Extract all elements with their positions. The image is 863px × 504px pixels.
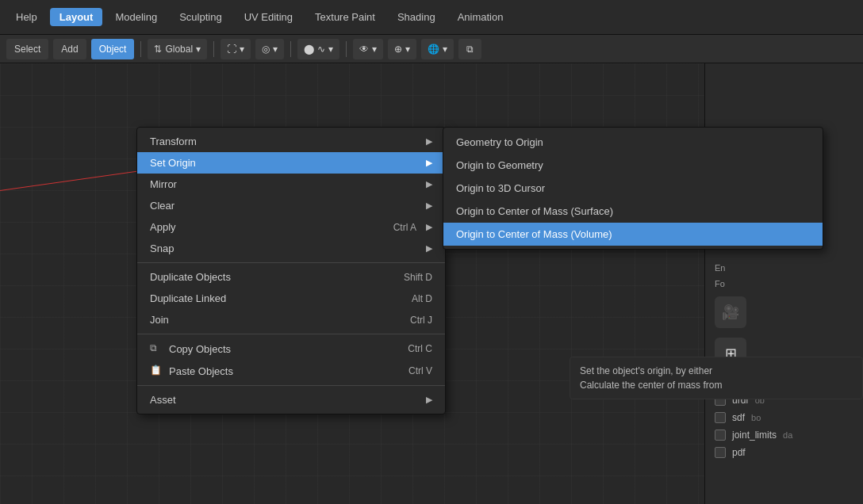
editor-icon: ⧉ <box>466 44 474 55</box>
paste-with-icon: 📋 Paste Objects <box>150 365 233 377</box>
join-label: Join <box>150 314 169 326</box>
joint-limits-label: joint_limits <box>732 430 777 441</box>
submenu-geometry-to-origin[interactable]: Geometry to Origin <box>443 131 823 154</box>
overlay-dropdown[interactable]: ⊕ ▾ <box>388 39 416 59</box>
copy-shortcut: Ctrl C <box>408 343 432 354</box>
sdf-checkbox[interactable] <box>715 412 726 423</box>
snap-arrow: ▶ <box>426 243 432 254</box>
separator-asset <box>137 385 445 386</box>
dup-objects-label: Duplicate Objects <box>150 271 231 283</box>
snap-dropdown[interactable]: ⛶ ▾ <box>221 39 251 59</box>
set-origin-submenu: Geometry to Origin Origin to Geometry Or… <box>443 127 823 250</box>
menu-item-uv-editing[interactable]: UV Editing <box>235 8 302 26</box>
pdf-row: pdf <box>705 444 863 461</box>
origin-to-center-volume-label: Origin to Center of Mass (Volume) <box>456 228 612 240</box>
joint-limits-checkbox[interactable] <box>715 430 726 441</box>
editor-type-btn[interactable]: ⧉ <box>458 39 481 59</box>
gizmo-chevron: ▾ <box>443 44 447 55</box>
separator-1 <box>140 41 141 57</box>
asset-arrow: ▶ <box>426 395 432 405</box>
sdf-suffix: bo <box>751 413 761 422</box>
menu-clear[interactable]: Clear ▶ <box>137 195 445 216</box>
header-toolbar: Select Add Object ⇅ Global ▾ ⛶ ▾ ◎ ▾ ⬤ ∿… <box>0 35 863 63</box>
shading-icon: ⬤ <box>304 44 314 55</box>
shading-dropdown[interactable]: ⬤ ∿ ▾ <box>297 39 339 59</box>
global-label: Global <box>165 44 193 55</box>
separator-copy <box>137 334 445 334</box>
vp-chevron: ▾ <box>372 44 377 55</box>
submenu-origin-to-center-volume[interactable]: Origin to Center of Mass (Volume) <box>443 223 823 246</box>
proportional-dropdown[interactable]: ◎ ▾ <box>255 39 284 59</box>
clear-label: Clear <box>150 200 175 212</box>
menu-paste-objects[interactable]: 📋 Paste Objects Ctrl V <box>137 360 445 382</box>
apply-arrow: ▶ <box>426 222 432 232</box>
menu-duplicate-objects[interactable]: Duplicate Objects Shift D <box>137 266 445 288</box>
copy-with-icon: ⧉ Copy Objects <box>150 342 231 355</box>
menu-copy-objects[interactable]: ⧉ Copy Objects Ctrl C <box>137 338 445 360</box>
gizmo-icon: 🌐 <box>428 44 439 55</box>
joint-limits-suffix: da <box>783 430 792 440</box>
tooltip-box: Set the object's origin, by either Calcu… <box>570 357 863 399</box>
add-button[interactable]: Add <box>53 39 86 59</box>
pdf-checkbox[interactable] <box>715 447 726 458</box>
snap-chevron: ▾ <box>240 44 244 55</box>
viewport-icon: 👁 <box>359 44 369 55</box>
separator-4 <box>346 41 347 57</box>
menu-apply[interactable]: Apply Ctrl A ▶ <box>137 216 445 238</box>
menu-item-shading[interactable]: Shading <box>388 8 445 26</box>
menu-item-help[interactable]: Help <box>6 8 47 26</box>
apply-shortcut: Ctrl A <box>393 222 416 233</box>
geometry-to-origin-label: Geometry to Origin <box>456 136 543 148</box>
tooltip-line2: Calculate the center of mass from <box>580 378 853 392</box>
viewport-area: En Fo 🎥 ⊞ ✓ smurf st urdf ob sdf bo <box>0 63 863 504</box>
menu-item-modeling[interactable]: Modeling <box>105 8 167 26</box>
sdf-label: sdf <box>732 412 745 423</box>
menu-item-animation[interactable]: Animation <box>448 8 513 26</box>
mode-icon: ⇅ <box>154 44 162 55</box>
gizmo-dropdown[interactable]: 🌐 ▾ <box>421 39 454 59</box>
asset-label: Asset <box>150 394 176 406</box>
paste-label: Paste Objects <box>169 365 233 377</box>
menu-join[interactable]: Join Ctrl J <box>137 309 445 330</box>
copy-label: Copy Objects <box>169 343 231 355</box>
fo-label-row: Fo <box>705 276 863 292</box>
paste-icon: 📋 <box>150 365 163 377</box>
origin-to-center-surface-label: Origin to Center of Mass (Surface) <box>456 205 613 217</box>
join-shortcut: Ctrl J <box>410 315 432 326</box>
menu-transform[interactable]: Transform ▶ <box>137 131 445 152</box>
separator-3 <box>290 41 291 57</box>
viewport-dropdown[interactable]: 👁 ▾ <box>353 39 383 59</box>
dup-objects-shortcut: Shift D <box>404 272 432 283</box>
select-button[interactable]: Select <box>6 39 48 59</box>
mode-dropdown[interactable]: ⇅ Global ▾ <box>148 39 207 59</box>
menu-duplicate-linked[interactable]: Duplicate Linked Alt D <box>137 288 445 309</box>
origin-to-3d-cursor-label: Origin to 3D Cursor <box>456 182 545 194</box>
apply-label: Apply <box>150 221 176 233</box>
origin-to-geometry-label: Origin to Geometry <box>456 159 543 171</box>
submenu-origin-to-center-surface[interactable]: Origin to Center of Mass (Surface) <box>443 200 823 223</box>
object-button[interactable]: Object <box>91 39 135 59</box>
top-menu-bar: Help Layout Modeling Sculpting UV Editin… <box>0 0 863 35</box>
menu-item-sculpting[interactable]: Sculpting <box>170 8 231 26</box>
ov-chevron: ▾ <box>405 44 410 55</box>
menu-asset[interactable]: Asset ▶ <box>137 389 445 410</box>
object-menu: Transform ▶ Set Origin ▶ Mirror ▶ Clear … <box>136 127 446 414</box>
shading-chevron: ▾ <box>328 44 333 55</box>
submenu-origin-to-geometry[interactable]: Origin to Geometry <box>443 154 823 177</box>
separator-dup <box>137 262 445 263</box>
proportional-icon: ◎ <box>262 44 270 55</box>
mirror-label: Mirror <box>150 178 177 190</box>
menu-item-texture-paint[interactable]: Texture Paint <box>305 8 385 26</box>
dup-linked-shortcut: Alt D <box>412 293 432 304</box>
video-icon-btn[interactable]: 🎥 <box>715 296 746 328</box>
submenu-origin-to-3d-cursor[interactable]: Origin to 3D Cursor <box>443 177 823 200</box>
menu-snap[interactable]: Snap ▶ <box>137 238 445 259</box>
menu-mirror[interactable]: Mirror ▶ <box>137 174 445 195</box>
menu-item-layout[interactable]: Layout <box>50 8 103 26</box>
paste-shortcut: Ctrl V <box>408 365 432 376</box>
tooltip-line1: Set the object's origin, by either <box>580 364 853 378</box>
dropdown-chevron: ▾ <box>196 44 201 55</box>
menu-set-origin[interactable]: Set Origin ▶ <box>137 152 445 174</box>
transform-arrow: ▶ <box>426 136 432 147</box>
set-origin-label: Set Origin <box>150 157 196 169</box>
